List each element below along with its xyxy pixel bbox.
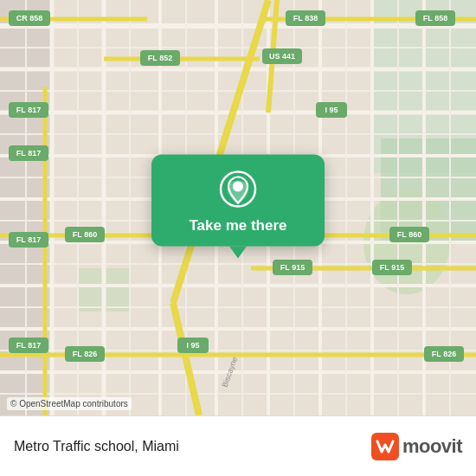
popup-card[interactable]: Take me there: [151, 155, 325, 247]
svg-text:FL 852: FL 852: [148, 54, 172, 62]
svg-text:FL 817: FL 817: [16, 235, 41, 244]
svg-text:FL 826: FL 826: [73, 350, 97, 358]
svg-text:CR 858: CR 858: [16, 14, 43, 23]
location-pin-icon: [219, 170, 257, 209]
svg-text:FL 817: FL 817: [16, 149, 41, 158]
svg-text:FL 860: FL 860: [73, 230, 97, 239]
location-label: Metro Traffic school, Miami: [14, 439, 179, 454]
svg-text:US 441: US 441: [269, 52, 295, 61]
moovit-logo-text: moovit: [402, 435, 462, 458]
map-container[interactable]: CR 858 FL 838 FL 858 US 441 FL 852 FL 81…: [0, 0, 476, 415]
moovit-logo: moovit: [371, 433, 462, 460]
svg-text:I 95: I 95: [186, 341, 199, 350]
svg-text:I 95: I 95: [325, 106, 338, 114]
svg-text:FL 817: FL 817: [16, 106, 41, 114]
svg-text:FL 860: FL 860: [397, 230, 421, 239]
svg-text:FL 915: FL 915: [280, 263, 305, 272]
svg-text:FL 838: FL 838: [293, 14, 318, 23]
bottom-bar: Metro Traffic school, Miami moovit: [0, 415, 476, 476]
moovit-brand-icon: [371, 433, 399, 460]
svg-text:FL 915: FL 915: [380, 263, 404, 272]
svg-text:FL 826: FL 826: [432, 350, 456, 358]
svg-text:FL 817: FL 817: [16, 341, 41, 350]
svg-point-90: [234, 183, 242, 191]
map-attribution: © OpenStreetMap contributors: [7, 397, 132, 410]
svg-text:FL 858: FL 858: [423, 14, 447, 23]
popup-label: Take me there: [189, 217, 286, 235]
